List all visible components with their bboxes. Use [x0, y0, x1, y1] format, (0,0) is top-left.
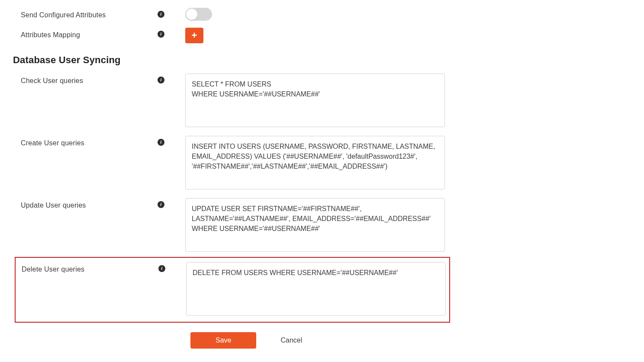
info-icon[interactable]: i	[158, 265, 165, 272]
section-title-database-user-syncing: Database User Syncing	[0, 54, 476, 66]
highlight-delete-user-queries: Delete User queries i	[15, 257, 450, 323]
info-icon[interactable]: i	[158, 139, 164, 146]
row-send-configured-attributes: Send Configured Attributes i	[0, 4, 476, 24]
textarea-check-user-queries[interactable]	[185, 74, 445, 127]
save-button[interactable]: Save	[190, 332, 256, 349]
row-delete-user-queries: Delete User queries i	[16, 262, 449, 317]
plus-icon: +	[192, 31, 197, 40]
label-send-configured-attributes: Send Configured Attributes	[21, 11, 106, 19]
toggle-knob	[186, 9, 197, 20]
label-create-user-queries: Create User queries	[21, 139, 84, 147]
row-update-user-queries: Update User queries i	[0, 195, 476, 257]
row-create-user-queries: Create User queries i	[0, 132, 476, 195]
textarea-delete-user-queries[interactable]	[186, 262, 446, 316]
textarea-create-user-queries[interactable]	[185, 136, 445, 189]
info-icon[interactable]: i	[158, 77, 164, 83]
info-icon[interactable]: i	[158, 201, 164, 208]
label-delete-user-queries: Delete User queries	[22, 266, 84, 273]
label-check-user-queries: Check User queries	[21, 77, 83, 84]
info-icon[interactable]: i	[158, 31, 164, 38]
form-footer: Save Cancel	[0, 332, 476, 349]
form-wrap: Send Configured Attributes i Attributes …	[0, 4, 476, 349]
label-attributes-mapping: Attributes Mapping	[21, 31, 80, 38]
textarea-update-user-queries[interactable]	[185, 198, 445, 252]
row-attributes-mapping: Attributes Mapping i +	[0, 24, 476, 47]
cancel-button[interactable]: Cancel	[280, 336, 302, 344]
label-update-user-queries: Update User queries	[21, 202, 86, 209]
row-check-user-queries: Check User queries i	[0, 70, 476, 132]
add-attribute-mapping-button[interactable]: +	[185, 28, 203, 43]
info-icon[interactable]: i	[158, 11, 164, 18]
toggle-send-configured-attributes[interactable]	[185, 8, 212, 21]
